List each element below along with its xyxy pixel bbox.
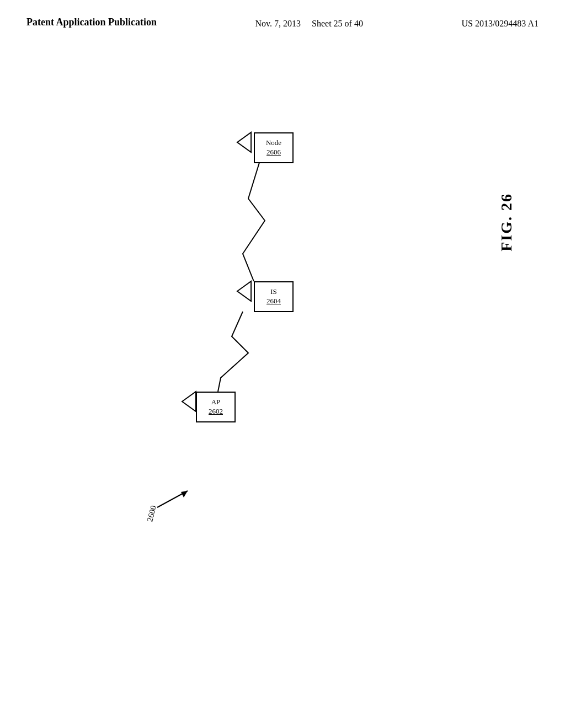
page-header: Patent Application Publication Nov. 7, 2… (0, 0, 565, 30)
node-2606-box: Node2606 (254, 132, 294, 163)
diagram-area: 2600 Node2606 IS2604 AP2602 FIG. 26 (0, 66, 565, 728)
publication-title: Patent Application Publication (26, 15, 157, 29)
is-2604-box: IS2604 (254, 281, 294, 312)
is-2604-label: IS2604 (266, 287, 281, 306)
figure-label: FIG. 26 (498, 193, 515, 251)
diagram-svg: 2600 (0, 66, 565, 728)
sheet-info: Sheet 25 of 40 (312, 19, 363, 28)
antenna-ap-2602 (182, 392, 196, 411)
antenna-is-2604 (237, 281, 251, 301)
antenna-node-2606 (237, 132, 251, 152)
ap-2602-label: AP2602 (209, 398, 223, 416)
label-2600: 2600 (145, 505, 158, 523)
line-node-to-is (243, 163, 265, 281)
header-center: Nov. 7, 2013 Sheet 25 of 40 (255, 15, 363, 30)
patent-number: US 2013/0294483 A1 (461, 15, 539, 30)
publication-date: Nov. 7, 2013 (255, 19, 301, 28)
line-is-to-ap (218, 312, 248, 392)
ap-2602-box: AP2602 (196, 392, 236, 422)
node-2606-label: Node2606 (266, 138, 281, 157)
